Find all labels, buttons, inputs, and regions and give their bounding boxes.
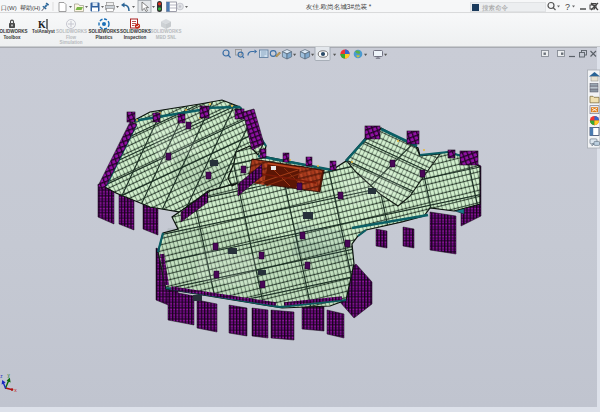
svg-text:?: ? xyxy=(565,2,570,12)
